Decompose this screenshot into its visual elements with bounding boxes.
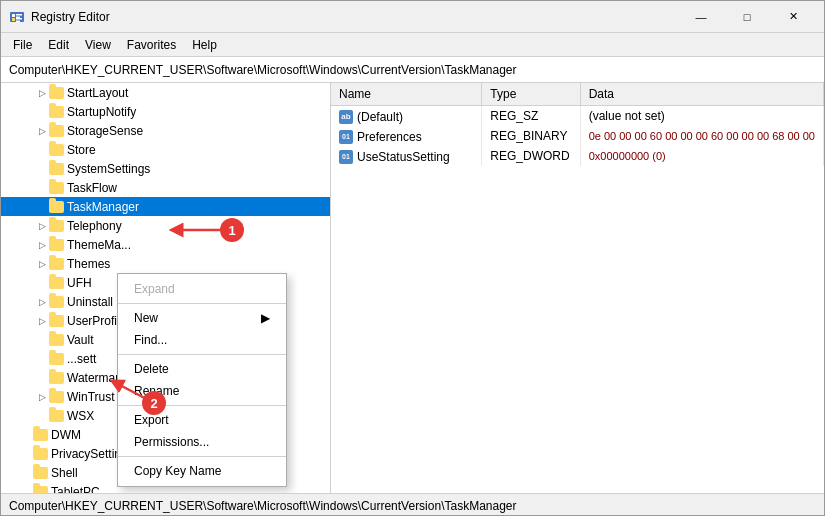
ctx-find-label: Find... (134, 333, 167, 347)
ctx-permissions[interactable]: Permissions... (118, 431, 286, 453)
folder-icon (49, 163, 64, 175)
tree-label: Shell (51, 466, 78, 480)
ctx-separator-2 (118, 354, 286, 355)
table-row-usestatussetting[interactable]: 01 UseStatusSetting REG_DWORD 0x00000000… (331, 146, 824, 166)
tree-label: SystemSettings (67, 162, 150, 176)
expand-icon[interactable]: ▷ (35, 124, 49, 138)
dword-icon: 01 (339, 150, 353, 164)
menu-favorites[interactable]: Favorites (119, 36, 184, 54)
ctx-copy-key-name[interactable]: Copy Key Name (118, 460, 286, 482)
folder-icon (49, 201, 64, 213)
status-text: Computer\HKEY_CURRENT_USER\Software\Micr… (9, 499, 517, 513)
expand-icon[interactable]: ▷ (35, 86, 49, 100)
folder-icon (33, 448, 48, 460)
folder-icon (49, 372, 64, 384)
folder-icon (49, 277, 64, 289)
expand-icon[interactable]: ▷ (35, 219, 49, 233)
window-title: Registry Editor (31, 10, 110, 24)
row-type: REG_DWORD (482, 146, 580, 166)
row-data: (value not set) (580, 105, 823, 126)
folder-icon (49, 315, 64, 327)
expand-icon[interactable]: ▷ (35, 390, 49, 404)
tree-label: DWM (51, 428, 81, 442)
folder-icon (49, 334, 64, 346)
table-row[interactable]: ab (Default) REG_SZ (value not set) (331, 105, 824, 126)
svg-rect-3 (16, 16, 20, 18)
registry-table: Name Type Data ab (Default) REG_SZ (331, 83, 824, 166)
tree-panel: ▷ StartLayout ▷ StartupNotify ▷ StorageS… (1, 83, 331, 493)
status-bar: Computer\HKEY_CURRENT_USER\Software\Micr… (1, 493, 824, 516)
folder-icon (49, 296, 64, 308)
menu-view[interactable]: View (77, 36, 119, 54)
tree-label: Uninstall (67, 295, 113, 309)
expand-icon[interactable]: ▷ (35, 314, 49, 328)
folder-icon (49, 410, 64, 422)
address-bar: Computer\HKEY_CURRENT_USER\Software\Micr… (1, 57, 824, 83)
row-data: 0x00000000 (0) (580, 146, 823, 166)
folder-icon (49, 220, 64, 232)
tree-item-taskmanager[interactable]: ▷ TaskManager (1, 197, 330, 216)
svg-rect-4 (12, 18, 15, 21)
folder-icon (49, 106, 64, 118)
ctx-expand[interactable]: Expand (118, 278, 286, 300)
tree-label: TaskFlow (67, 181, 117, 195)
tree-item-themes[interactable]: ▷ Themes (1, 254, 330, 273)
expand-icon[interactable]: ▷ (35, 238, 49, 252)
ctx-copy-key-name-label: Copy Key Name (134, 464, 221, 478)
menu-help[interactable]: Help (184, 36, 225, 54)
registry-icon (9, 9, 25, 25)
expand-icon[interactable]: ▷ (35, 257, 49, 271)
folder-icon (33, 467, 48, 479)
folder-icon (33, 486, 48, 494)
tree-item[interactable]: ▷ Store (1, 140, 330, 159)
folder-icon (49, 353, 64, 365)
ab-icon: ab (339, 110, 353, 124)
tree-item[interactable]: ▷ StartupNotify (1, 102, 330, 121)
menu-file[interactable]: File (5, 36, 40, 54)
ctx-export-label: Export (134, 413, 169, 427)
ctx-new[interactable]: New ▶ (118, 307, 286, 329)
col-data: Data (580, 83, 823, 105)
menu-bar: File Edit View Favorites Help (1, 33, 824, 57)
svg-rect-2 (16, 14, 22, 16)
minimize-button[interactable]: — (678, 1, 724, 33)
maximize-button[interactable]: □ (724, 1, 770, 33)
ctx-arrow-icon: ▶ (261, 311, 270, 325)
window: Registry Editor — □ ✕ File Edit View Fav… (0, 0, 825, 516)
close-button[interactable]: ✕ (770, 1, 816, 33)
ctx-delete[interactable]: Delete (118, 358, 286, 380)
col-type: Type (482, 83, 580, 105)
folder-icon (49, 391, 64, 403)
ctx-permissions-label: Permissions... (134, 435, 209, 449)
title-bar: Registry Editor — □ ✕ (1, 1, 824, 33)
tree-item[interactable]: ▷ StartLayout (1, 83, 330, 102)
table-row-preferences[interactable]: 01 Preferences REG_BINARY 0e 00 00 00 60… (331, 126, 824, 146)
ctx-delete-label: Delete (134, 362, 169, 376)
ctx-find[interactable]: Find... (118, 329, 286, 351)
menu-edit[interactable]: Edit (40, 36, 77, 54)
right-panel: Name Type Data ab (Default) REG_SZ (331, 83, 824, 493)
row-name-text: UseStatusSetting (357, 150, 450, 164)
tree-label: StartLayout (67, 86, 128, 100)
expand-icon[interactable]: ▷ (35, 295, 49, 309)
row-type: REG_BINARY (482, 126, 580, 146)
row-data: 0e 00 00 00 60 00 00 00 60 00 00 00 68 0… (580, 126, 823, 146)
tree-item[interactable]: ▷ Telephony (1, 216, 330, 235)
tree-item[interactable]: ▷ ThemeMa... (1, 235, 330, 254)
row-name-text: (Default) (357, 110, 403, 124)
ctx-export[interactable]: Export (118, 409, 286, 431)
col-name: Name (331, 83, 482, 105)
ctx-new-label: New (134, 311, 158, 325)
tree-label: WSX (67, 409, 94, 423)
address-path: Computer\HKEY_CURRENT_USER\Software\Micr… (9, 63, 517, 77)
folder-icon (33, 429, 48, 441)
tree-item[interactable]: ▷ SystemSettings (1, 159, 330, 178)
tree-label: ThemeMa... (67, 238, 131, 252)
tree-label: StorageSense (67, 124, 143, 138)
svg-rect-5 (16, 18, 22, 20)
folder-icon (49, 144, 64, 156)
folder-icon (49, 258, 64, 270)
tree-label: UFH (67, 276, 92, 290)
tree-item[interactable]: ▷ TaskFlow (1, 178, 330, 197)
tree-item[interactable]: ▷ StorageSense (1, 121, 330, 140)
